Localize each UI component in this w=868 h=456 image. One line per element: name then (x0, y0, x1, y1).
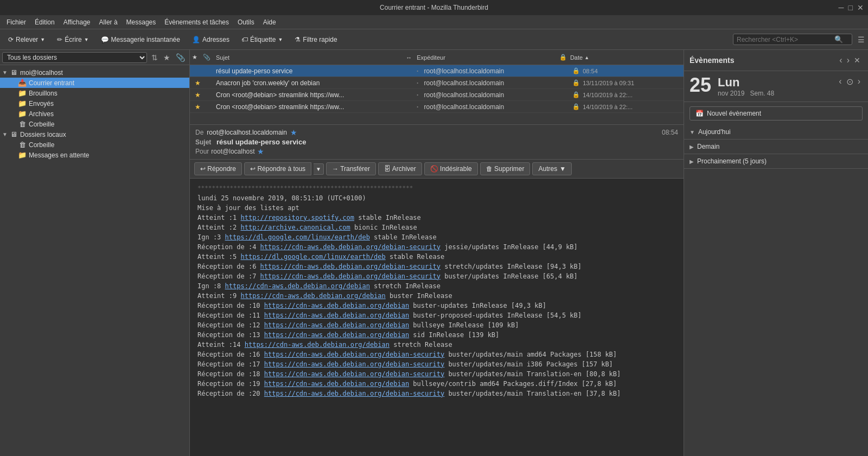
calendar-prev-button[interactable]: ‹ (837, 54, 844, 66)
col-header-subject[interactable]: Sujet (214, 54, 406, 61)
folder-item-courrier-entrant[interactable]: 📥 Courrier entrant (0, 78, 189, 88)
col-header-sender[interactable]: Expéditeur (414, 54, 559, 61)
messagerie-button[interactable]: 💬 Messagerie instantanée (96, 34, 185, 46)
link-deb-buster[interactable]: https://cdn-aws.deb.debian.org/debian (240, 292, 385, 300)
link-deb-14[interactable]: https://cdn-aws.deb.debian.org/debian (245, 341, 390, 349)
ecrire-dropdown-arrow[interactable]: ▼ (84, 37, 89, 42)
folder-icon-courrier: 📥 (17, 79, 27, 87)
menu-fichier[interactable]: Fichier (2, 17, 30, 27)
link-deb-10[interactable]: https://cdn-aws.deb.debian.org/debian (264, 302, 409, 309)
link-deb-13[interactable]: https://cdn-aws.deb.debian.org/debian (264, 331, 409, 339)
link-deb-security-6[interactable]: https://cdn-aws.deb.debian.org/debian-se… (260, 263, 441, 270)
email-flag-2[interactable]: ★ (192, 79, 203, 87)
link-deb-11[interactable]: https://cdn-aws.deb.debian.org/debian (264, 312, 409, 319)
folder-item-dossiers-locaux[interactable]: ▼ 🖥 Dossiers locaux (0, 129, 189, 140)
col-header-attach[interactable]: 📎 (203, 54, 214, 61)
email-encrypt-3: 🔒 (572, 91, 580, 98)
email-flag-4[interactable]: ★ (192, 103, 203, 111)
archiver-button[interactable]: 🗄 Archiver (378, 162, 422, 175)
link-deb-security-18[interactable]: https://cdn-aws.deb.debian.org/debian-se… (264, 370, 444, 378)
calendar-day-next[interactable]: › (856, 75, 863, 87)
folder-item-archives[interactable]: 📁 Archives (0, 109, 189, 119)
email-flag-3[interactable]: ★ (192, 91, 203, 99)
folder-icon-messages-attente: 📁 (17, 151, 27, 159)
folder-arrow-dossiers: ▼ (2, 131, 9, 137)
folder-item-brouillons[interactable]: 📁 Brouillons (0, 88, 189, 98)
link-spotify[interactable]: http://repository.spotify.com (240, 214, 354, 221)
email-sender-3: root@localhost.localdomain (422, 91, 572, 99)
link-canonical[interactable]: http://archive.canonical.com (240, 224, 350, 231)
adresses-button[interactable]: 👤 Adresses (187, 34, 234, 46)
transferer-button[interactable]: → Transférer (326, 162, 376, 175)
menu-edition[interactable]: Édition (30, 17, 59, 27)
link-deb-security-20[interactable]: https://cdn-aws.deb.debian.org/debian-se… (264, 390, 444, 397)
search-icon[interactable]: 🔍 (834, 35, 843, 43)
email-line-rec-18: Réception de :18 https://cdn-aws.deb.deb… (197, 369, 676, 379)
link-deb-12[interactable]: https://cdn-aws.deb.debian.org/debian (264, 321, 409, 329)
link-google-earth[interactable]: https://dl.google.com/linux/earth/deb (225, 233, 370, 241)
messagerie-icon: 💬 (101, 36, 109, 43)
col-header-flag[interactable]: ★ (192, 54, 203, 61)
email-dot-2: • (413, 80, 422, 85)
menu-messages[interactable]: Messages (122, 17, 161, 27)
link-deb-security-17[interactable]: https://cdn-aws.deb.debian.org/debian-se… (264, 360, 444, 368)
repondre-tous-dropdown[interactable]: ▼ (314, 163, 324, 175)
folder-filter-select[interactable]: Tous les dossiers (2, 52, 147, 63)
etiquette-button[interactable]: 🏷 Étiquette ▼ (237, 34, 288, 46)
link-deb-security-4[interactable]: https://cdn-aws.deb.debian.org/debian-se… (260, 243, 441, 251)
close-button[interactable]: ✕ (857, 3, 864, 12)
folder-item-messages-attente[interactable]: 📁 Messages en attente (0, 150, 189, 160)
new-event-button[interactable]: 📅 Nouvel évènement (690, 106, 863, 121)
ecrire-button[interactable]: ✏ Écrire ▼ (52, 34, 93, 46)
col-header-encrypt[interactable]: 🔒 (559, 54, 568, 61)
etiquette-dropdown-arrow[interactable]: ▼ (278, 37, 283, 42)
relever-button[interactable]: ⟳ Relever ▼ (3, 34, 50, 46)
folder-item-moi-localhost[interactable]: ▼ 🖥 moi@localhost (0, 67, 189, 78)
minimize-button[interactable]: ─ (839, 3, 844, 12)
folder-item-corbeille-locale[interactable]: 🗑 Corbeille (0, 140, 189, 150)
folder-item-corbeille[interactable]: 🗑 Corbeille (0, 119, 189, 129)
filter-toggle-button[interactable]: ⇅ (149, 52, 160, 63)
calendar-day-name: Lun (718, 75, 774, 90)
preview-from-star[interactable]: ★ (290, 128, 297, 137)
preview-to-star[interactable]: ★ (257, 147, 264, 156)
filter-star-button[interactable]: ★ (161, 52, 173, 63)
calendar-section-tomorrow-header[interactable]: ▶ Demain (684, 140, 868, 154)
filter-attach-button[interactable]: 📎 (174, 52, 187, 63)
folder-item-envoyes[interactable]: 📁 Envoyés (0, 98, 189, 109)
calendar-section-today-header[interactable]: ▼ Aujourd'hui (684, 125, 868, 139)
email-row[interactable]: ★ Anacron job 'cron.weekly' on debian • … (190, 77, 684, 89)
calendar-month-sem: nov 2019 Sem. 48 (718, 90, 774, 97)
email-row[interactable]: ★ Cron <root@debian> streamlink https://… (190, 101, 684, 113)
repondre-tous-button[interactable]: ↩ Répondre à tous (244, 162, 311, 175)
link-google-earth-5[interactable]: https://dl.google.com/linux/earth/deb (240, 253, 385, 261)
menu-aide[interactable]: Aide (259, 17, 280, 27)
indesirable-button[interactable]: 🚫 Indésirable (424, 162, 478, 175)
menu-aller-a[interactable]: Aller à (95, 17, 122, 27)
filtre-button[interactable]: ⚗ Filtre rapide (290, 34, 342, 46)
col-header-dot[interactable]: ↔ (406, 54, 414, 61)
calendar-section-upcoming-header[interactable]: ▶ Prochainement (5 jours) (684, 154, 868, 168)
link-deb-security-16[interactable]: https://cdn-aws.deb.debian.org/debian-se… (264, 351, 444, 358)
menu-evenements[interactable]: Évènements et tâches (160, 17, 233, 27)
autres-button[interactable]: Autres ▼ (532, 162, 572, 175)
email-row[interactable]: ★ Cron <root@debian> streamlink https://… (190, 89, 684, 101)
calendar-day-prev[interactable]: ‹ (837, 75, 844, 87)
calendar-close-button[interactable]: ✕ (852, 55, 863, 66)
menu-outils[interactable]: Outils (233, 17, 259, 27)
calendar-panel: Évènements ‹ › ✕ 25 Lun nov 2019 Sem. 48… (684, 50, 868, 456)
supprimer-button[interactable]: 🗑 Supprimer (480, 162, 531, 175)
menu-affichage[interactable]: Affichage (59, 17, 95, 27)
filter-menu-icon[interactable]: ☰ (858, 35, 865, 44)
maximize-button[interactable]: □ (848, 3, 853, 12)
calendar-dot-icon[interactable]: ⊙ (846, 77, 853, 87)
link-deb-stretch[interactable]: https://cdn-aws.deb.debian.org/debian (225, 282, 370, 290)
link-deb-security-7[interactable]: https://cdn-aws.deb.debian.org/debian-se… (260, 273, 441, 280)
search-input[interactable] (737, 36, 834, 43)
email-row[interactable]: résul update-perso service • root@localh… (190, 65, 684, 77)
col-header-date[interactable]: Date ▲ (568, 54, 665, 61)
calendar-next-button[interactable]: › (845, 54, 852, 66)
repondre-button[interactable]: ↩ Répondre (194, 162, 242, 175)
link-deb-19[interactable]: https://cdn-aws.deb.debian.org/debian (264, 380, 409, 388)
relever-dropdown-arrow[interactable]: ▼ (40, 37, 45, 42)
